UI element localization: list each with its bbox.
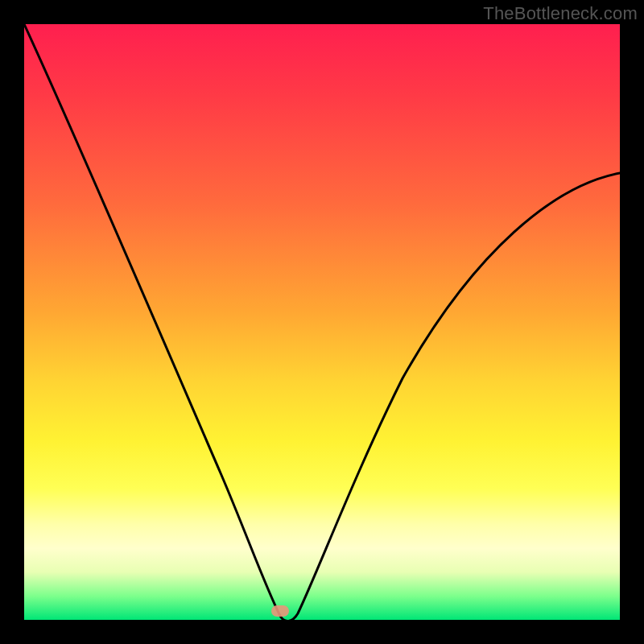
attribution-label: TheBottleneck.com: [483, 3, 638, 24]
chart-frame: TheBottleneck.com: [0, 0, 644, 644]
plot-area: [24, 24, 620, 620]
bottleneck-curve-path: [24, 24, 620, 620]
curve-svg: [24, 24, 620, 620]
dip-marker: [271, 605, 289, 617]
